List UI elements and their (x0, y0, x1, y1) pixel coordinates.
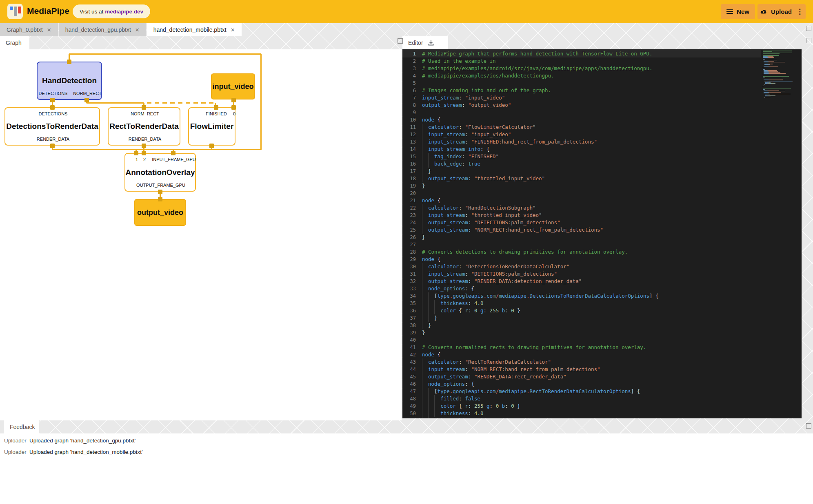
code-line[interactable]: 18 output_stream: "throttled_input_video… (402, 175, 802, 182)
code-text: thickness: 4.0 (422, 410, 484, 417)
stream-connector[interactable] (50, 98, 55, 102)
code-line[interactable]: 14 input_stream_info: { (402, 146, 802, 153)
code-lines[interactable]: 1# MediaPipe graph that performs hand de… (402, 50, 802, 418)
graph-node-input_video[interactable]: input_video (211, 73, 255, 99)
code-line[interactable]: 11 calculator: "FlowLimiterCalculator" (402, 124, 802, 131)
close-tab-icon[interactable]: ✕ (135, 27, 140, 33)
close-tab-icon[interactable]: ✕ (47, 27, 51, 33)
code-line[interactable]: 39} (402, 329, 802, 336)
stream-connector[interactable] (142, 151, 146, 155)
graph-node-RectToRenderData[interactable]: RectToRenderDataNORM_RECTRENDER_DATA (108, 107, 180, 146)
code-line[interactable]: 20 (402, 190, 802, 197)
code-line[interactable]: 43 calculator: "RectToRenderDataCalculat… (402, 358, 802, 366)
graph-node-HandDetection[interactable]: HandDetectionDETECTIONSNORM_RECT (37, 62, 102, 100)
code-line[interactable]: 36 color { r: 0 g: 255 b: 0 } (402, 307, 802, 314)
code-line[interactable]: 30 calculator: "DetectionsToRenderDataCa… (402, 263, 802, 270)
code-line[interactable]: 26} (402, 234, 802, 241)
expand-editor-panel-icon[interactable] (806, 38, 811, 43)
stream-connector[interactable] (50, 105, 55, 110)
tab-hand-detection-mobile-pbtxt[interactable]: hand_detection_mobile.pbtxt ✕ (147, 23, 242, 36)
code-line[interactable]: 25 output_stream: "NORM_RECT:hand_rect_f… (402, 226, 802, 234)
graph-canvas[interactable]: HandDetectionDETECTIONSNORM_RECTinput_vi… (0, 49, 402, 420)
stream-connector[interactable] (50, 144, 55, 148)
more-options-icon[interactable]: ⋮ (796, 7, 803, 16)
code-line[interactable]: 48 filled: false (402, 395, 802, 402)
code-line[interactable]: 32 output_stream: "RENDER_DATA:detection… (402, 278, 802, 285)
line-number: 36 (402, 307, 422, 314)
code-line[interactable]: 6# Images coming into and out of the gra… (402, 87, 802, 94)
close-tab-icon[interactable]: ✕ (231, 27, 235, 33)
stream-connector[interactable] (142, 144, 146, 148)
stream-connector[interactable] (142, 105, 146, 110)
code-text: input_stream: "NORM_RECT:hand_rect_from_… (422, 366, 600, 373)
code-line[interactable]: 3# mediapipie/examples/android/src/java/… (402, 65, 802, 72)
graph-node-AnnotationOverlay[interactable]: AnnotationOverlay12INPUT_FRAME_GPUOUTPUT… (124, 153, 196, 192)
code-line[interactable]: 51 } (402, 417, 802, 418)
feedback-panel-tab[interactable]: Feedback (4, 420, 39, 433)
minimap-line (763, 94, 801, 95)
code-line[interactable]: 37 } (402, 314, 802, 322)
code-line[interactable]: 23 input_stream: "throttled_input_video" (402, 212, 802, 219)
code-editor[interactable]: 1# MediaPipe graph that performs hand de… (402, 49, 802, 418)
graph-node-DetectionsToRenderData[interactable]: DetectionsToRenderDataDETECTIONSRENDER_D… (4, 107, 100, 146)
new-button[interactable]: New (721, 4, 755, 19)
upload-button[interactable]: Upload ⋮ (757, 4, 806, 19)
code-line[interactable]: 49 color { r: 255 g: 0 b: 0 } (402, 402, 802, 410)
code-line[interactable]: 1# MediaPipe graph that performs hand de… (402, 50, 802, 57)
stream-connector[interactable] (209, 144, 214, 148)
code-line[interactable]: 21node { (402, 197, 802, 204)
stream-connector[interactable] (158, 197, 162, 201)
expand-tabstrip-icon[interactable] (806, 26, 811, 31)
code-line[interactable]: 46 node_options: { (402, 380, 802, 388)
expand-feedback-panel-icon[interactable] (806, 423, 811, 429)
stream-connector[interactable] (158, 190, 162, 194)
download-icon[interactable] (427, 39, 435, 46)
code-line[interactable]: 27 (402, 241, 802, 248)
code-line[interactable]: 31 input_stream: "DETECTIONS:palm_detect… (402, 270, 802, 278)
stream-connector[interactable] (231, 98, 236, 102)
code-line[interactable]: 24 output_stream: "DETECTIONS:palm_detec… (402, 219, 802, 226)
code-line[interactable]: 28# Converts detections to drawing primi… (402, 248, 802, 256)
graph-node-FlowLimiter[interactable]: FlowLimiterFINISHED0 (188, 107, 235, 146)
stream-connector[interactable] (214, 105, 218, 110)
code-line[interactable]: 44 input_stream: "NORM_RECT:hand_rect_fr… (402, 366, 802, 373)
code-line[interactable]: 12 input_stream: "input_video" (402, 131, 802, 138)
code-line[interactable]: 5 (402, 80, 802, 87)
code-line[interactable]: 4# mediapipie/examples/ios/handdetection… (402, 72, 802, 80)
code-line[interactable]: 40 (402, 336, 802, 344)
code-line[interactable]: 15 tag_index: "FINISHED" (402, 153, 802, 160)
code-line[interactable]: 13 input_stream: "FINISHED:hand_rect_fro… (402, 138, 802, 146)
expand-graph-panel-icon[interactable] (398, 38, 403, 44)
tab-graph-0-pbtxt[interactable]: Graph_0.pbtxt ✕ (0, 23, 58, 36)
stream-connector[interactable] (67, 60, 71, 64)
graph-panel-tab[interactable]: Graph (0, 36, 29, 49)
graph-node-output_video[interactable]: output_video (134, 199, 186, 226)
code-line[interactable]: 50 thickness: 4.0 (402, 410, 802, 417)
code-line[interactable]: 17 } (402, 168, 802, 175)
code-line[interactable]: 34 [type.googleapis.com/mediapipe.Detect… (402, 292, 802, 300)
code-line[interactable]: 45 output_stream: "RENDER_DATA:rect_rend… (402, 373, 802, 380)
stream-connector[interactable] (84, 98, 89, 102)
code-line[interactable]: 16 back_edge: true (402, 160, 802, 168)
editor-minimap[interactable] (761, 49, 802, 418)
code-line[interactable]: 38 } (402, 322, 802, 329)
editor-panel-tab[interactable]: Editor (402, 36, 448, 49)
code-line[interactable]: 7input_stream: "input_video" (402, 94, 802, 102)
code-line[interactable]: 29node { (402, 256, 802, 263)
stream-connector[interactable] (171, 151, 175, 155)
code-line[interactable]: 41# Converts normalized rects to drawing… (402, 344, 802, 351)
code-line[interactable]: 47 [type.googleapis.com/mediapipe.RectTo… (402, 388, 802, 395)
stream-connector[interactable] (231, 105, 236, 110)
code-line[interactable]: 33 node_options: { (402, 285, 802, 292)
code-line[interactable]: 22 calculator: "HandDetectionSubgraph" (402, 204, 802, 212)
code-line[interactable]: 10node { (402, 116, 802, 124)
stream-connector[interactable] (134, 151, 138, 155)
code-line[interactable]: 42node { (402, 351, 802, 358)
code-line[interactable]: 8output_stream: "output_video" (402, 102, 802, 109)
tab-hand-detection-gpu-pbtxt[interactable]: hand_detection_gpu.pbtxt ✕ (59, 23, 146, 36)
code-line[interactable]: 35 thickness: 4.0 (402, 300, 802, 307)
code-line[interactable]: 19} (402, 182, 802, 190)
code-line[interactable]: 9 (402, 109, 802, 116)
mediapipe-dev-link[interactable]: mediapipe.dev (105, 9, 143, 15)
code-line[interactable]: 2# Used in the example in (402, 57, 802, 65)
